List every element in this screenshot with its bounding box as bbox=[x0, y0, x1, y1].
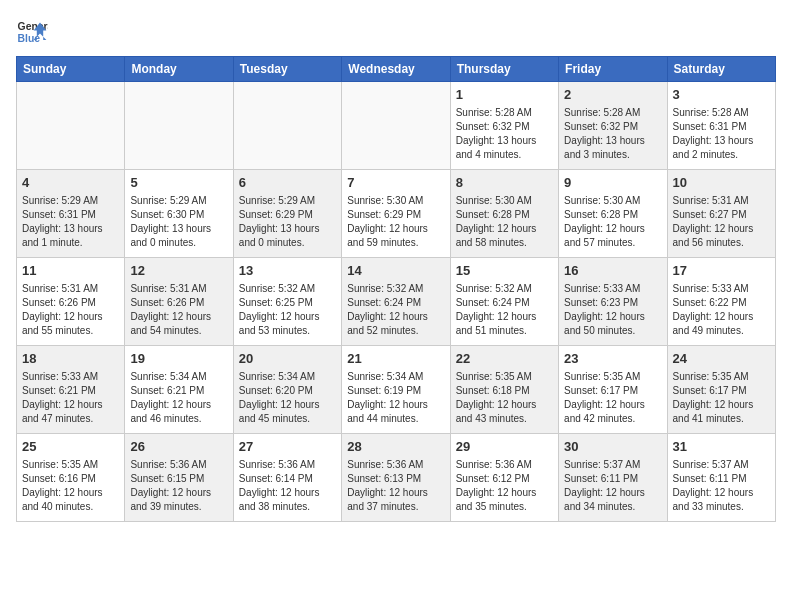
day-info: Sunrise: 5:28 AM Sunset: 6:32 PM Dayligh… bbox=[456, 106, 553, 162]
day-number: 10 bbox=[673, 174, 770, 192]
day-header-sunday: Sunday bbox=[17, 57, 125, 82]
calendar-cell: 15Sunrise: 5:32 AM Sunset: 6:24 PM Dayli… bbox=[450, 258, 558, 346]
week-row-0: 1Sunrise: 5:28 AM Sunset: 6:32 PM Daylig… bbox=[17, 82, 776, 170]
day-number: 30 bbox=[564, 438, 661, 456]
day-number: 27 bbox=[239, 438, 336, 456]
day-info: Sunrise: 5:33 AM Sunset: 6:22 PM Dayligh… bbox=[673, 282, 770, 338]
day-info: Sunrise: 5:36 AM Sunset: 6:12 PM Dayligh… bbox=[456, 458, 553, 514]
day-info: Sunrise: 5:33 AM Sunset: 6:23 PM Dayligh… bbox=[564, 282, 661, 338]
day-info: Sunrise: 5:36 AM Sunset: 6:13 PM Dayligh… bbox=[347, 458, 444, 514]
day-number: 25 bbox=[22, 438, 119, 456]
day-number: 19 bbox=[130, 350, 227, 368]
day-info: Sunrise: 5:35 AM Sunset: 6:16 PM Dayligh… bbox=[22, 458, 119, 514]
day-info: Sunrise: 5:31 AM Sunset: 6:26 PM Dayligh… bbox=[130, 282, 227, 338]
day-header-thursday: Thursday bbox=[450, 57, 558, 82]
day-info: Sunrise: 5:36 AM Sunset: 6:15 PM Dayligh… bbox=[130, 458, 227, 514]
day-info: Sunrise: 5:31 AM Sunset: 6:27 PM Dayligh… bbox=[673, 194, 770, 250]
day-info: Sunrise: 5:35 AM Sunset: 6:17 PM Dayligh… bbox=[673, 370, 770, 426]
calendar-cell: 9Sunrise: 5:30 AM Sunset: 6:28 PM Daylig… bbox=[559, 170, 667, 258]
day-info: Sunrise: 5:37 AM Sunset: 6:11 PM Dayligh… bbox=[564, 458, 661, 514]
calendar-cell: 17Sunrise: 5:33 AM Sunset: 6:22 PM Dayli… bbox=[667, 258, 775, 346]
calendar-cell: 20Sunrise: 5:34 AM Sunset: 6:20 PM Dayli… bbox=[233, 346, 341, 434]
calendar-cell: 6Sunrise: 5:29 AM Sunset: 6:29 PM Daylig… bbox=[233, 170, 341, 258]
day-number: 16 bbox=[564, 262, 661, 280]
day-info: Sunrise: 5:34 AM Sunset: 6:19 PM Dayligh… bbox=[347, 370, 444, 426]
calendar-cell: 2Sunrise: 5:28 AM Sunset: 6:32 PM Daylig… bbox=[559, 82, 667, 170]
day-number: 23 bbox=[564, 350, 661, 368]
calendar-cell: 11Sunrise: 5:31 AM Sunset: 6:26 PM Dayli… bbox=[17, 258, 125, 346]
day-number: 24 bbox=[673, 350, 770, 368]
calendar-cell: 14Sunrise: 5:32 AM Sunset: 6:24 PM Dayli… bbox=[342, 258, 450, 346]
day-number: 14 bbox=[347, 262, 444, 280]
day-info: Sunrise: 5:34 AM Sunset: 6:20 PM Dayligh… bbox=[239, 370, 336, 426]
day-info: Sunrise: 5:32 AM Sunset: 6:25 PM Dayligh… bbox=[239, 282, 336, 338]
calendar-cell bbox=[17, 82, 125, 170]
day-number: 12 bbox=[130, 262, 227, 280]
calendar-cell: 3Sunrise: 5:28 AM Sunset: 6:31 PM Daylig… bbox=[667, 82, 775, 170]
calendar-cell: 30Sunrise: 5:37 AM Sunset: 6:11 PM Dayli… bbox=[559, 434, 667, 522]
page-header: General Blue bbox=[16, 16, 776, 48]
day-number: 28 bbox=[347, 438, 444, 456]
day-info: Sunrise: 5:31 AM Sunset: 6:26 PM Dayligh… bbox=[22, 282, 119, 338]
calendar-cell: 31Sunrise: 5:37 AM Sunset: 6:11 PM Dayli… bbox=[667, 434, 775, 522]
day-number: 31 bbox=[673, 438, 770, 456]
calendar-cell: 25Sunrise: 5:35 AM Sunset: 6:16 PM Dayli… bbox=[17, 434, 125, 522]
day-number: 22 bbox=[456, 350, 553, 368]
day-number: 11 bbox=[22, 262, 119, 280]
calendar-cell: 16Sunrise: 5:33 AM Sunset: 6:23 PM Dayli… bbox=[559, 258, 667, 346]
calendar-cell: 10Sunrise: 5:31 AM Sunset: 6:27 PM Dayli… bbox=[667, 170, 775, 258]
day-number: 18 bbox=[22, 350, 119, 368]
day-number: 2 bbox=[564, 86, 661, 104]
day-info: Sunrise: 5:36 AM Sunset: 6:14 PM Dayligh… bbox=[239, 458, 336, 514]
calendar-cell: 22Sunrise: 5:35 AM Sunset: 6:18 PM Dayli… bbox=[450, 346, 558, 434]
week-row-4: 25Sunrise: 5:35 AM Sunset: 6:16 PM Dayli… bbox=[17, 434, 776, 522]
day-info: Sunrise: 5:33 AM Sunset: 6:21 PM Dayligh… bbox=[22, 370, 119, 426]
week-row-1: 4Sunrise: 5:29 AM Sunset: 6:31 PM Daylig… bbox=[17, 170, 776, 258]
day-info: Sunrise: 5:29 AM Sunset: 6:31 PM Dayligh… bbox=[22, 194, 119, 250]
day-number: 13 bbox=[239, 262, 336, 280]
calendar-cell bbox=[342, 82, 450, 170]
day-number: 6 bbox=[239, 174, 336, 192]
calendar-cell: 18Sunrise: 5:33 AM Sunset: 6:21 PM Dayli… bbox=[17, 346, 125, 434]
day-number: 21 bbox=[347, 350, 444, 368]
calendar-cell: 1Sunrise: 5:28 AM Sunset: 6:32 PM Daylig… bbox=[450, 82, 558, 170]
day-number: 1 bbox=[456, 86, 553, 104]
day-info: Sunrise: 5:28 AM Sunset: 6:31 PM Dayligh… bbox=[673, 106, 770, 162]
day-info: Sunrise: 5:30 AM Sunset: 6:28 PM Dayligh… bbox=[564, 194, 661, 250]
logo: General Blue bbox=[16, 16, 48, 48]
calendar-cell: 27Sunrise: 5:36 AM Sunset: 6:14 PM Dayli… bbox=[233, 434, 341, 522]
calendar-cell: 23Sunrise: 5:35 AM Sunset: 6:17 PM Dayli… bbox=[559, 346, 667, 434]
calendar-cell: 4Sunrise: 5:29 AM Sunset: 6:31 PM Daylig… bbox=[17, 170, 125, 258]
calendar-cell: 26Sunrise: 5:36 AM Sunset: 6:15 PM Dayli… bbox=[125, 434, 233, 522]
day-number: 8 bbox=[456, 174, 553, 192]
day-info: Sunrise: 5:28 AM Sunset: 6:32 PM Dayligh… bbox=[564, 106, 661, 162]
calendar-cell: 28Sunrise: 5:36 AM Sunset: 6:13 PM Dayli… bbox=[342, 434, 450, 522]
day-number: 29 bbox=[456, 438, 553, 456]
day-number: 15 bbox=[456, 262, 553, 280]
day-number: 17 bbox=[673, 262, 770, 280]
calendar-cell bbox=[233, 82, 341, 170]
day-info: Sunrise: 5:34 AM Sunset: 6:21 PM Dayligh… bbox=[130, 370, 227, 426]
calendar-cell: 13Sunrise: 5:32 AM Sunset: 6:25 PM Dayli… bbox=[233, 258, 341, 346]
day-info: Sunrise: 5:30 AM Sunset: 6:28 PM Dayligh… bbox=[456, 194, 553, 250]
day-info: Sunrise: 5:29 AM Sunset: 6:30 PM Dayligh… bbox=[130, 194, 227, 250]
week-row-2: 11Sunrise: 5:31 AM Sunset: 6:26 PM Dayli… bbox=[17, 258, 776, 346]
day-info: Sunrise: 5:30 AM Sunset: 6:29 PM Dayligh… bbox=[347, 194, 444, 250]
day-header-saturday: Saturday bbox=[667, 57, 775, 82]
calendar-cell: 29Sunrise: 5:36 AM Sunset: 6:12 PM Dayli… bbox=[450, 434, 558, 522]
day-number: 20 bbox=[239, 350, 336, 368]
calendar-cell: 21Sunrise: 5:34 AM Sunset: 6:19 PM Dayli… bbox=[342, 346, 450, 434]
day-number: 3 bbox=[673, 86, 770, 104]
day-info: Sunrise: 5:37 AM Sunset: 6:11 PM Dayligh… bbox=[673, 458, 770, 514]
day-info: Sunrise: 5:32 AM Sunset: 6:24 PM Dayligh… bbox=[456, 282, 553, 338]
calendar-cell: 19Sunrise: 5:34 AM Sunset: 6:21 PM Dayli… bbox=[125, 346, 233, 434]
day-header-friday: Friday bbox=[559, 57, 667, 82]
day-header-wednesday: Wednesday bbox=[342, 57, 450, 82]
calendar-cell: 24Sunrise: 5:35 AM Sunset: 6:17 PM Dayli… bbox=[667, 346, 775, 434]
day-info: Sunrise: 5:29 AM Sunset: 6:29 PM Dayligh… bbox=[239, 194, 336, 250]
day-number: 4 bbox=[22, 174, 119, 192]
day-number: 9 bbox=[564, 174, 661, 192]
day-number: 7 bbox=[347, 174, 444, 192]
calendar-header: SundayMondayTuesdayWednesdayThursdayFrid… bbox=[17, 57, 776, 82]
calendar-cell: 7Sunrise: 5:30 AM Sunset: 6:29 PM Daylig… bbox=[342, 170, 450, 258]
